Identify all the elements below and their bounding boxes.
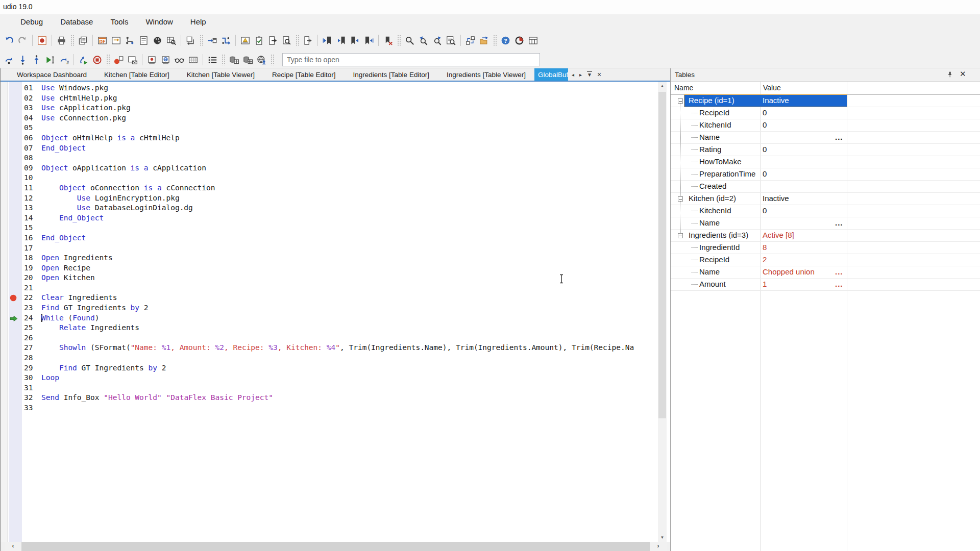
code-line-12[interactable]: 12 Use LoginEncryption.pkg: [1, 193, 658, 204]
code-line-01[interactable]: 01Use Windows.pkg: [1, 83, 658, 93]
code-line-14[interactable]: 14 End_Object: [1, 213, 658, 223]
horizontal-scroll-thumb[interactable]: [21, 542, 650, 551]
scroll-down-arrow-icon[interactable]: ▼: [658, 533, 667, 542]
ellipsis-button[interactable]: ...: [835, 267, 843, 276]
code-line-10[interactable]: 10: [1, 173, 658, 183]
continue-debug-button[interactable]: [77, 53, 90, 66]
code-line-02[interactable]: 02Use cHtmlHelp.pkg: [1, 93, 658, 104]
table-row-name[interactable]: NameChopped union...: [671, 266, 980, 279]
toolbar-grip[interactable]: [493, 35, 497, 46]
scroll-right-arrow-icon[interactable]: ›: [650, 542, 667, 551]
table-lookup-button[interactable]: [164, 34, 178, 47]
table-row-created[interactable]: Created: [671, 181, 980, 193]
toolbar-grip[interactable]: [106, 54, 110, 65]
undo-button[interactable]: [2, 34, 16, 47]
code-line-11[interactable]: 11 Object oConnection is a cConnection: [1, 183, 658, 193]
table-row-kitchenid[interactable]: KitchenId0: [671, 119, 980, 132]
code-line-32[interactable]: 32Send Info_Box "Hello World" "DataFlex …: [1, 393, 658, 403]
watches-window-button[interactable]: [159, 53, 173, 66]
view-switch-button[interactable]: [109, 34, 123, 47]
tab-close-icon[interactable]: ×: [595, 70, 604, 79]
compile-switch-button[interactable]: [219, 34, 233, 47]
column-header-name[interactable]: Name: [674, 84, 693, 92]
set-next-statement-button[interactable]: #: [57, 53, 71, 66]
breakpoints-window-button[interactable]: [126, 53, 139, 66]
code-line-22[interactable]: 22Clear Ingredients: [1, 293, 658, 303]
code-line-06[interactable]: 06Object oHtmlHelp is a cHtmlHelp: [1, 133, 658, 143]
quick-open-input[interactable]: [282, 53, 540, 66]
code-line-19[interactable]: 19Open Recipe: [1, 263, 658, 273]
step-over-button[interactable]: [2, 53, 16, 66]
editor-horizontal-scrollbar[interactable]: ‹ ›: [1, 542, 670, 551]
tab-scroll-right-icon[interactable]: ▸: [577, 72, 584, 78]
code-line-07[interactable]: 07End_Object: [1, 143, 658, 154]
toolbar-grip[interactable]: [70, 35, 74, 46]
code-line-15[interactable]: 15: [1, 223, 658, 233]
database-builder-button[interactable]: [241, 53, 255, 66]
table-row-rating[interactable]: Rating0: [671, 144, 980, 156]
bookmark-first-button[interactable]: [321, 34, 334, 47]
table-row-amount[interactable]: Amount1...: [671, 279, 980, 291]
toolbar-grip[interactable]: [397, 35, 401, 46]
table-row-preparationtime[interactable]: PreparationTime0: [671, 168, 980, 181]
tree-collapse-icon[interactable]: [678, 233, 683, 238]
find-prev-button[interactable]: [416, 34, 430, 47]
memory-window-button[interactable]: [186, 53, 200, 66]
table-row-recipeid[interactable]: RecipeId2: [671, 254, 980, 266]
compiler-warnings-button[interactable]: [238, 34, 252, 47]
find-button[interactable]: [403, 34, 416, 47]
run-project-button[interactable]: [205, 34, 219, 47]
code-line-33[interactable]: 33: [1, 403, 658, 413]
close-icon[interactable]: ✕: [960, 69, 966, 79]
table-row-howtomake[interactable]: HowToMake: [671, 156, 980, 168]
ellipsis-button[interactable]: ...: [835, 133, 843, 141]
code-lines[interactable]: 01Use Windows.pkg02Use cHtmlHelp.pkg03Us…: [1, 83, 658, 413]
code-line-26[interactable]: 26: [1, 333, 658, 343]
clear-bookmarks-button[interactable]: [381, 34, 395, 47]
replace-button[interactable]: ab: [463, 34, 477, 47]
bookmark-prev-button[interactable]: [334, 34, 348, 47]
find-file-button[interactable]: [280, 34, 293, 47]
code-line-30[interactable]: 30Loop: [1, 373, 658, 383]
find-in-files-button[interactable]: [444, 34, 458, 47]
call-stack-button[interactable]: [206, 53, 219, 66]
toolbar-grip[interactable]: [222, 54, 225, 65]
code-line-09[interactable]: 09Object oApplication is a cApplication: [1, 163, 658, 173]
code-profile-button[interactable]: [512, 34, 526, 47]
code-line-28[interactable]: 28: [1, 353, 658, 363]
code-line-29[interactable]: 29 Find GT Ingredients by 2: [1, 363, 658, 373]
run-to-cursor-button[interactable]: [43, 53, 57, 66]
table-row-kitchen-id-2[interactable]: Kitchen (id=2)Inactive: [671, 193, 980, 205]
tree-collapse-icon[interactable]: [678, 196, 683, 202]
color-palette-button[interactable]: [151, 34, 164, 47]
pin-icon[interactable]: [946, 70, 953, 81]
object-tree-button[interactable]: [123, 34, 137, 47]
step-into-button[interactable]: [16, 53, 30, 66]
toolbar-grip[interactable]: [200, 35, 203, 46]
menu-debug[interactable]: Debug: [14, 15, 49, 28]
code-line-16[interactable]: 16End_Object: [1, 233, 658, 243]
code-line-04[interactable]: 04Use cConnection.pkg: [1, 113, 658, 123]
goto-definition-button[interactable]: [301, 34, 315, 47]
menu-window[interactable]: Window: [139, 15, 179, 28]
new-window-button[interactable]: [184, 34, 198, 47]
quick-watch-button[interactable]: [173, 53, 186, 66]
code-line-13[interactable]: 13 Use DatabaseLoginDialog.dg: [1, 203, 658, 213]
code-line-05[interactable]: 05: [1, 123, 658, 133]
code-line-23[interactable]: 23Find GT Ingredients by 2: [1, 303, 658, 313]
tab-ingredients-table-editor[interactable]: Ingredients [Table Editor]: [345, 68, 438, 81]
table-row-name[interactable]: Name...: [671, 217, 980, 230]
toggle-breakpoint-button[interactable]: [112, 53, 126, 66]
dataflex-window-button[interactable]: DF: [95, 34, 109, 47]
menu-help[interactable]: Help: [184, 15, 212, 28]
tab-ingredients-table-viewer[interactable]: Ingredients [Table Viewer]: [438, 68, 534, 81]
table-row-ingredients-id-3[interactable]: Ingredients (id=3)Active [8]: [671, 230, 980, 242]
database-explorer-button[interactable]: [227, 53, 241, 66]
tab-scroll-left-icon[interactable]: ◂: [569, 72, 577, 78]
tree-collapse-icon[interactable]: [678, 98, 683, 104]
property-list-button[interactable]: [137, 34, 151, 47]
ellipsis-button[interactable]: ...: [835, 280, 843, 288]
print-button[interactable]: [55, 34, 68, 47]
record-macro-button[interactable]: [35, 34, 49, 47]
column-header-value[interactable]: Value: [763, 84, 781, 92]
